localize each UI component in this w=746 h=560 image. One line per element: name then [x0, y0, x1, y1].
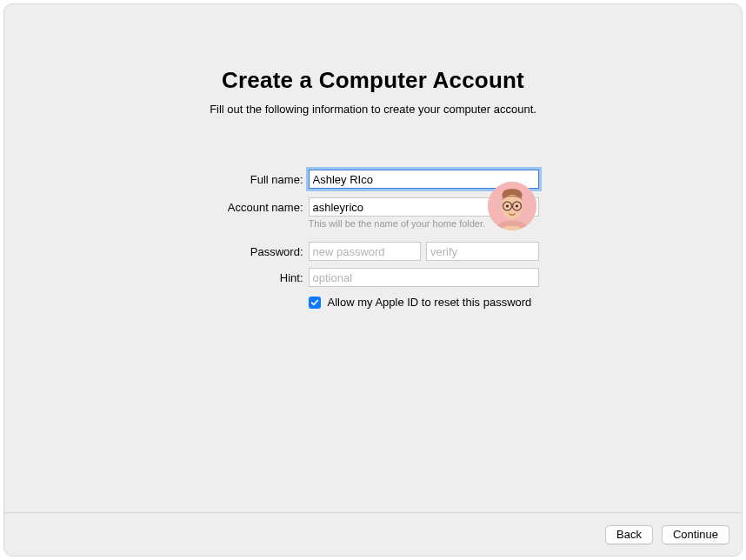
header: Create a Computer Account Fill out the f… [4, 67, 742, 116]
hint-label: Hint: [208, 268, 303, 289]
hint-input[interactable] [309, 268, 539, 287]
account-form: Full name: Account name: This will be th… [208, 170, 539, 309]
continue-button[interactable]: Continue [662, 525, 729, 544]
verify-password-input[interactable] [426, 242, 539, 261]
page-title: Create a Computer Account [4, 67, 742, 94]
svg-point-6 [516, 204, 518, 207]
account-name-label: Account name: [208, 197, 303, 218]
allow-appleid-reset-label: Allow my Apple ID to reset this password [328, 296, 532, 309]
password-input[interactable] [309, 242, 422, 261]
checkmark-icon [310, 298, 319, 307]
fullname-label: Full name: [208, 170, 303, 190]
allow-appleid-reset-checkbox[interactable] [309, 297, 321, 309]
back-button[interactable]: Back [605, 525, 653, 544]
memoji-avatar-icon [488, 182, 536, 230]
page-subtitle: Fill out the following information to cr… [4, 103, 742, 116]
password-label: Password: [208, 242, 303, 263]
setup-window: Create a Computer Account Fill out the f… [3, 3, 743, 557]
svg-point-5 [506, 204, 509, 207]
account-avatar[interactable] [488, 182, 536, 230]
footer: Back Continue [4, 512, 742, 556]
